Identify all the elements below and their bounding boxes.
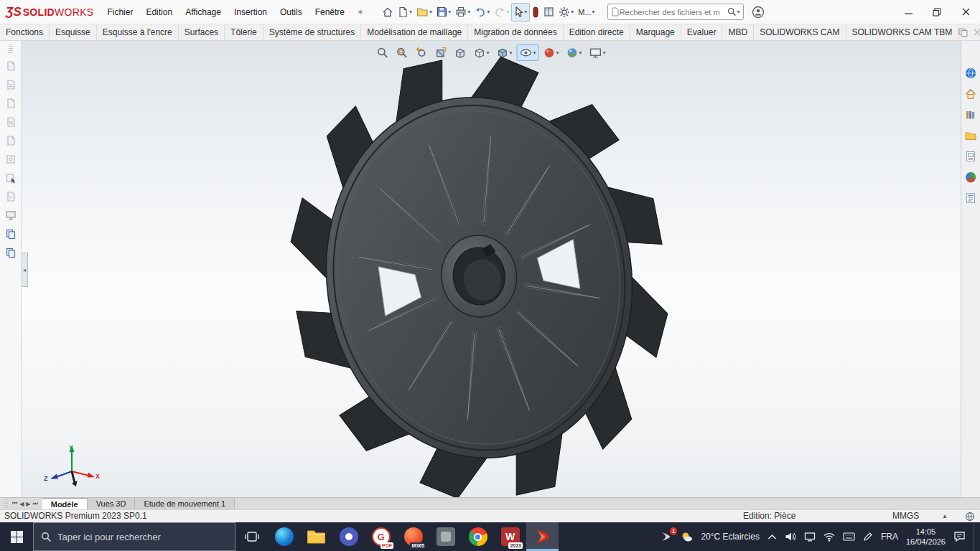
- tab-tolerie[interactable]: Tôlerie: [225, 24, 263, 40]
- toolbar-grip[interactable]: [9, 44, 13, 54]
- volume-icon[interactable]: [785, 532, 796, 542]
- zoom-to-fit-button[interactable]: [373, 44, 391, 61]
- record-button[interactable]: [530, 3, 541, 22]
- left-toolbar-icon-07[interactable]: [4, 171, 18, 184]
- home-button[interactable]: [380, 3, 396, 22]
- view-orientation-button[interactable]: ▾: [470, 44, 492, 61]
- select-caret-icon[interactable]: ▾: [524, 9, 527, 15]
- user-menu-button[interactable]: M... ▾: [576, 3, 597, 22]
- action-center-icon[interactable]: [953, 531, 966, 542]
- tab-fonctions[interactable]: Fonctions: [0, 24, 50, 40]
- view-settings-button[interactable]: ▾: [587, 44, 609, 61]
- tab-esquisse[interactable]: Esquisse: [50, 24, 97, 40]
- open-button[interactable]: ▾: [414, 3, 434, 22]
- hide-show-items-button[interactable]: ▾: [516, 44, 538, 61]
- zoom-to-area-button[interactable]: [393, 44, 411, 61]
- display-style-button[interactable]: ▾: [493, 44, 515, 61]
- solidworks-resources-button[interactable]: [963, 65, 979, 81]
- select-button[interactable]: ▾: [511, 3, 530, 22]
- menu-outils[interactable]: Outils: [274, 0, 309, 24]
- menu-insertion[interactable]: Insertion: [228, 0, 274, 24]
- chrome-app-button[interactable]: [462, 522, 494, 551]
- custom-properties-button[interactable]: [963, 190, 979, 206]
- apply-scene-caret-icon[interactable]: ▾: [579, 50, 582, 56]
- tab-vues-3d[interactable]: Vues 3D: [88, 498, 136, 509]
- hide-show-caret-icon[interactable]: ▾: [533, 50, 536, 56]
- tab-esquisse-encre[interactable]: Esquisse à l'encre: [97, 24, 179, 40]
- options-book-button[interactable]: [541, 3, 556, 22]
- new-document-caret-icon[interactable]: ▾: [409, 9, 412, 15]
- edit-appearance-button[interactable]: ▾: [541, 44, 562, 61]
- settings-button[interactable]: ▾: [556, 3, 576, 22]
- print-caret-icon[interactable]: ▾: [467, 9, 470, 15]
- impeller-model[interactable]: [265, 41, 694, 497]
- dynamic-annotation-button[interactable]: [451, 44, 469, 61]
- save-button[interactable]: ▾: [434, 3, 453, 22]
- restore-button[interactable]: [923, 0, 951, 24]
- tab-marquage[interactable]: Marquage: [630, 24, 681, 40]
- search-icon[interactable]: [727, 7, 737, 17]
- view-settings-caret-icon[interactable]: ▾: [603, 50, 606, 56]
- left-toolbar-copy-icon-2[interactable]: [4, 245, 18, 259]
- view-palette-button[interactable]: [963, 149, 979, 164]
- file-explorer-pane-button[interactable]: [963, 128, 979, 143]
- new-document-button[interactable]: ▾: [396, 3, 414, 22]
- language-indicator[interactable]: FRA: [881, 532, 898, 542]
- teams-app-button[interactable]: [332, 522, 365, 551]
- help-button[interactable]: [750, 3, 767, 22]
- minimize-button[interactable]: [894, 0, 923, 24]
- m365-app-button[interactable]: M365: [397, 522, 429, 551]
- user-menu-caret-icon[interactable]: ▾: [592, 9, 595, 15]
- open-caret-icon[interactable]: ▾: [429, 9, 432, 15]
- word-2023-app-button[interactable]: W 2023: [494, 522, 526, 551]
- tab-solidworks-cam-tbm[interactable]: SOLIDWORKS CAM TBM: [846, 24, 959, 40]
- left-toolbar-icon-03[interactable]: [4, 96, 18, 110]
- tab-migration[interactable]: Migration de données: [468, 24, 563, 40]
- unit-system-button[interactable]: MMGS: [892, 511, 919, 521]
- taskbar-search-box[interactable]: [33, 522, 235, 551]
- tab-edition-directe[interactable]: Edition directe: [564, 24, 630, 40]
- apply-scene-button[interactable]: ▾: [564, 44, 585, 61]
- view-orientation-caret-icon[interactable]: ▾: [486, 50, 489, 56]
- menu-fenetre[interactable]: Fenêtre: [309, 0, 351, 24]
- 3d-model-canvas[interactable]: [22, 41, 961, 497]
- photos-app-button[interactable]: [429, 522, 462, 551]
- left-toolbar-icon-08[interactable]: [4, 189, 18, 203]
- tab-maillage[interactable]: Modélisation de maillage: [361, 24, 468, 40]
- file-search-box[interactable]: ▾: [607, 4, 744, 20]
- left-toolbar-icon-04[interactable]: [4, 115, 18, 128]
- tab-modele[interactable]: Modèle: [42, 498, 88, 509]
- tab-etude-mouvement[interactable]: Etude de mouvement 1: [135, 498, 235, 509]
- prev-tab-button[interactable]: ◀: [19, 501, 24, 507]
- print-button[interactable]: ▾: [453, 3, 472, 22]
- file-search-input[interactable]: [620, 8, 727, 17]
- redo-button[interactable]: ▾: [492, 3, 511, 22]
- weather-text[interactable]: 20°C Eclaircies: [701, 532, 760, 542]
- tab-solidworks-cam[interactable]: SOLIDWORKS CAM: [754, 24, 846, 40]
- left-toolbar-icon-02[interactable]: [4, 77, 18, 91]
- hidden-icons-chevron-icon[interactable]: [767, 534, 777, 540]
- show-desktop-button[interactable]: [974, 522, 977, 551]
- section-view-button[interactable]: [431, 44, 449, 61]
- display-style-caret-icon[interactable]: ▾: [509, 50, 512, 56]
- pin-menu-icon[interactable]: ✶: [351, 7, 370, 17]
- undo-caret-icon[interactable]: ▾: [487, 9, 490, 15]
- search-caret-icon[interactable]: ▾: [737, 9, 740, 15]
- edge-app-button[interactable]: [268, 522, 300, 551]
- close-ribbon-icon[interactable]: [974, 29, 980, 36]
- graphics-area[interactable]: ▾ ▾ ▾ ▾ ▾ ▾ ◂ Y X Z: [22, 41, 961, 497]
- left-toolbar-icon-05[interactable]: [4, 133, 18, 147]
- pen-icon[interactable]: [863, 532, 873, 542]
- task-view-button[interactable]: [235, 522, 268, 551]
- network-wifi-icon[interactable]: [823, 532, 835, 542]
- unit-system-caret-icon[interactable]: ▲: [942, 513, 948, 519]
- previous-view-button[interactable]: [412, 44, 430, 61]
- notification-app-button[interactable]: 1: [660, 530, 673, 543]
- design-library-button[interactable]: [963, 107, 979, 123]
- tab-evaluer[interactable]: Evaluer: [681, 24, 723, 40]
- taskbar-search-input[interactable]: [57, 532, 228, 542]
- undo-button[interactable]: ▾: [472, 3, 492, 22]
- pdf-app-button[interactable]: G PDF: [365, 522, 397, 551]
- close-button[interactable]: [951, 0, 980, 24]
- left-toolbar-icon-06[interactable]: [4, 152, 18, 166]
